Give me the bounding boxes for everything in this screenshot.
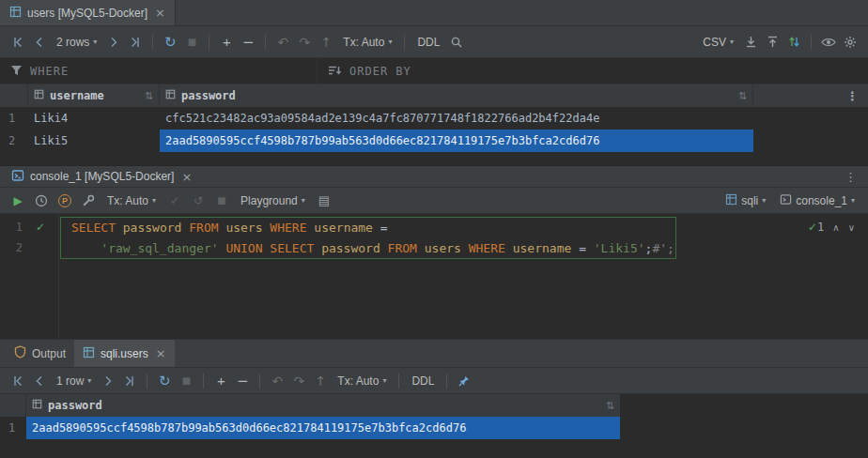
grid-bottom-gap: [0, 152, 868, 165]
row-count-dropdown[interactable]: 2 rows▾: [51, 36, 102, 49]
editor-line: 1 ✓ SELECT password FROM users WHERE use…: [0, 217, 868, 237]
submit-icon[interactable]: ↑: [310, 371, 331, 391]
prev-problem-icon[interactable]: ∧: [832, 222, 839, 233]
line-number: 2: [0, 241, 23, 254]
sync-compare-icon[interactable]: [783, 32, 804, 53]
ddl-button[interactable]: DDL: [406, 374, 440, 388]
tab-console[interactable]: console_1 [MySQL5-Docker] ×: [8, 169, 195, 185]
line-number: 1: [0, 221, 23, 234]
statement-success-check-icon: ✓: [23, 221, 58, 234]
users-grid-header: username ⇅ password ⇅ ⋮: [0, 84, 868, 107]
add-row-icon[interactable]: +: [210, 371, 231, 391]
close-icon[interactable]: ×: [155, 7, 165, 19]
next-problem-icon[interactable]: ∨: [848, 222, 855, 233]
export-format-dropdown[interactable]: CSV▾: [697, 36, 739, 49]
console-selector[interactable]: console_1▾: [774, 193, 860, 208]
column-header-password[interactable]: password ⇅: [160, 84, 753, 107]
datagrip-window: users [MySQL5-Docker] × 2 rows▾ ↻ ■ + − …: [0, 0, 868, 458]
next-page-icon[interactable]: [103, 32, 124, 53]
result-tab-bar: Output sqli.users ×: [0, 340, 868, 368]
grid-options-kebab-icon[interactable]: ⋮: [843, 89, 862, 103]
execution-time-clock-icon[interactable]: [31, 191, 52, 211]
search-icon[interactable]: [446, 32, 467, 53]
column-header-username[interactable]: username ⇅: [28, 84, 160, 107]
console-stop-icon[interactable]: ■: [211, 191, 232, 211]
run-icon[interactable]: ▶: [8, 191, 28, 211]
first-page-icon[interactable]: [8, 371, 28, 391]
tab-users-grid[interactable]: users [MySQL5-Docker] ×: [0, 0, 176, 25]
sort-toggle-icon[interactable]: ⇅: [145, 90, 153, 102]
cell-password-selected[interactable]: 2aad5890595ccf4598b787b99ab563d0d66ec821…: [160, 130, 753, 152]
console-options-kebab-icon[interactable]: ⋮: [841, 170, 860, 184]
table-icon: [83, 346, 95, 361]
output-layout-icon[interactable]: ▤: [314, 191, 334, 211]
header-filler: ⋮: [753, 84, 868, 107]
rollback-icon[interactable]: ↺: [188, 191, 209, 211]
inspection-widget[interactable]: ✓1 ∧ ∨: [808, 221, 855, 234]
cell-username[interactable]: Liki5: [28, 130, 160, 152]
wrench-settings-icon[interactable]: [78, 191, 99, 211]
refresh-icon[interactable]: ↻: [154, 371, 175, 391]
shield-icon: [14, 345, 26, 361]
sort-toggle-icon[interactable]: ⇅: [738, 90, 747, 102]
close-icon[interactable]: ×: [181, 171, 192, 183]
delete-row-icon[interactable]: −: [238, 32, 258, 53]
cell-username[interactable]: Liki4: [28, 107, 160, 130]
bottom-filler: [0, 439, 868, 458]
commit-check-icon[interactable]: ✓: [164, 191, 185, 211]
sql-editor[interactable]: 1 ✓ SELECT password FROM users WHERE use…: [0, 214, 868, 340]
revert-icon[interactable]: ↶: [272, 32, 293, 53]
view-options-eye-icon[interactable]: [818, 32, 839, 53]
import-upload-icon[interactable]: [762, 32, 783, 53]
first-page-icon[interactable]: [8, 32, 28, 53]
tx-mode-dropdown[interactable]: Tx: Auto▾: [337, 36, 397, 49]
prev-page-icon[interactable]: [29, 32, 50, 53]
profile-icon[interactable]: P: [54, 191, 75, 211]
sort-toggle-icon[interactable]: ⇅: [606, 400, 614, 412]
row-number: 2: [0, 134, 28, 147]
refresh-icon[interactable]: ↻: [160, 32, 180, 53]
filter-funnel-icon: [10, 63, 23, 80]
next-page-icon[interactable]: [98, 371, 118, 391]
submit-icon[interactable]: ↑: [316, 32, 336, 53]
console-tab-title: console_1 [MySQL5-Docker]: [30, 170, 174, 183]
stop-icon[interactable]: ■: [176, 371, 196, 391]
result-table-row: 1 2aad5890595ccf4598b787b99ab563d0d66ec8…: [0, 417, 868, 439]
grid-toolbar: 2 rows▾ ↻ ■ + − ↶ ↷ ↑ Tx: Auto▾ DDL CSV▾: [0, 26, 868, 58]
table-row: 2 Liki5 2aad5890595ccf4598b787b99ab563d0…: [0, 130, 868, 152]
ddl-button[interactable]: DDL: [411, 36, 445, 49]
code-line-1[interactable]: SELECT password FROM users WHERE usernam…: [58, 221, 388, 235]
tab-title: users [MySQL5-Docker]: [27, 7, 147, 20]
row-count-dropdown[interactable]: 1 row▾: [51, 374, 97, 388]
column-grid-icon: [165, 89, 176, 102]
revert-icon[interactable]: ↶: [267, 371, 287, 391]
inspection-ok-icon: ✓: [808, 221, 817, 234]
order-by-field[interactable]: ORDER BY: [318, 58, 422, 84]
cell-password-selected[interactable]: 2aad5890595ccf4598b787b99ab563d0d66ec821…: [26, 417, 620, 439]
last-page-icon[interactable]: [119, 371, 140, 391]
pin-tab-icon[interactable]: [454, 371, 474, 391]
prev-page-icon[interactable]: [29, 371, 50, 391]
where-filter-field[interactable]: WHERE: [0, 58, 318, 84]
tab-result-grid[interactable]: sqli.users ×: [74, 340, 175, 367]
tx-mode-dropdown[interactable]: Tx: Auto▾: [332, 374, 392, 388]
redo-icon[interactable]: ↷: [288, 371, 309, 391]
delete-row-icon[interactable]: −: [232, 371, 253, 391]
schema-selector[interactable]: sqli▾: [720, 193, 771, 208]
last-page-icon[interactable]: [125, 32, 146, 53]
sort-lines-icon: [328, 63, 342, 80]
playground-dropdown[interactable]: Playground▾: [235, 194, 311, 207]
code-line-2[interactable]: 'raw_sql_danger' UNION SELECT password F…: [58, 241, 674, 255]
result-grid-header: password ⇅: [0, 394, 620, 417]
settings-gear-icon[interactable]: [840, 32, 860, 53]
export-download-icon[interactable]: [740, 32, 761, 53]
redo-icon[interactable]: ↷: [294, 32, 315, 53]
stop-icon[interactable]: ■: [181, 32, 202, 53]
close-icon[interactable]: ×: [156, 347, 166, 359]
add-row-icon[interactable]: +: [216, 32, 237, 53]
console-tx-dropdown[interactable]: Tx: Auto▾: [101, 194, 162, 207]
column-header-password[interactable]: password ⇅: [26, 394, 620, 417]
tab-output[interactable]: Output: [6, 340, 74, 367]
cell-password[interactable]: cfc521c23482ac93a09584ad2e139c4a7fc87077…: [160, 107, 753, 130]
editor-line: 2 'raw_sql_danger' UNION SELECT password…: [0, 237, 868, 258]
